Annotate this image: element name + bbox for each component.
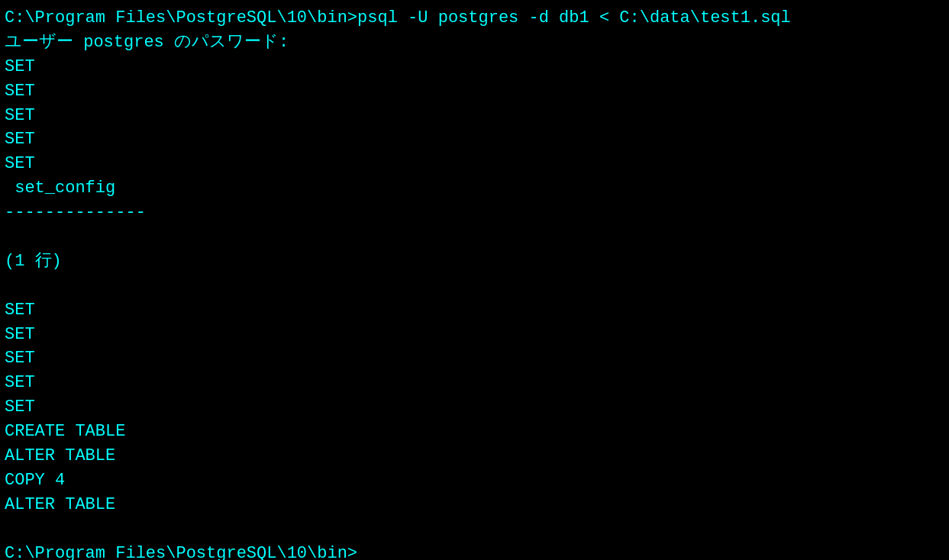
set5: SET bbox=[5, 152, 944, 176]
set2: SET bbox=[5, 79, 944, 104]
create-table: CREATE TABLE bbox=[5, 420, 944, 444]
set7: SET bbox=[5, 323, 944, 347]
alter-table2: ALTER TABLE bbox=[5, 493, 944, 517]
set1: SET bbox=[5, 55, 944, 79]
set10: SET bbox=[5, 395, 944, 420]
empty1 bbox=[5, 225, 944, 249]
empty3 bbox=[5, 517, 944, 542]
set3: SET bbox=[5, 104, 944, 128]
prompt-end: C:\Program Files\PostgreSQL\10\bin> bbox=[5, 542, 944, 560]
set4: SET bbox=[5, 127, 944, 152]
terminal-window: C:\Program Files\PostgreSQL\10\bin>psql … bbox=[5, 6, 944, 560]
password-prompt: ユーザー postgres のパスワード: bbox=[5, 31, 944, 55]
copy4: COPY 4 bbox=[5, 468, 944, 493]
set6: SET bbox=[5, 298, 944, 323]
terminal-output: C:\Program Files\PostgreSQL\10\bin>psql … bbox=[5, 6, 944, 560]
row-count: (1 行) bbox=[5, 249, 944, 274]
set-config-header: set_config bbox=[5, 176, 944, 201]
set8: SET bbox=[5, 346, 944, 371]
cmd-line: C:\Program Files\PostgreSQL\10\bin>psql … bbox=[5, 6, 944, 31]
alter-table1: ALTER TABLE bbox=[5, 444, 944, 468]
set9: SET bbox=[5, 371, 944, 395]
set-config-divider: -------------- bbox=[5, 201, 944, 225]
empty2 bbox=[5, 274, 944, 298]
